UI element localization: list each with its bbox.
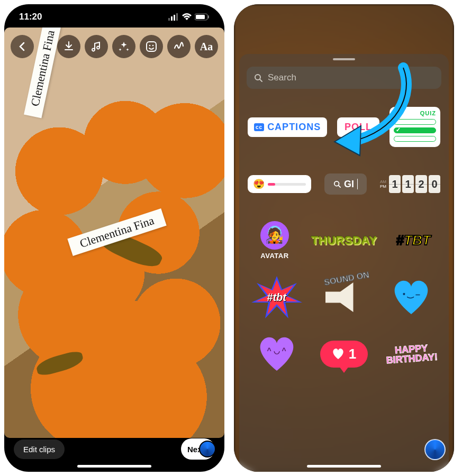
sheet-drag-handle[interactable] xyxy=(333,58,355,60)
quiz-option-icon xyxy=(394,119,436,125)
happy-face-icon: ^ ◡ ^ xyxy=(256,346,298,355)
sticker-sound-on[interactable]: SOUND ON xyxy=(318,273,370,321)
svg-rect-6 xyxy=(208,15,209,19)
flip-digit: 0 xyxy=(429,175,440,193)
svg-rect-0 xyxy=(168,18,170,21)
download-icon xyxy=(62,40,75,53)
svg-rect-2 xyxy=(174,15,175,21)
wink-face-icon: • ‿ ‒ xyxy=(390,290,432,298)
sticker-thursday[interactable]: THURSDAY xyxy=(311,234,377,248)
cursor-icon xyxy=(357,179,358,189)
sticker-sheet-panel[interactable]: Search cc CAPTIONS POLL QU xyxy=(239,54,449,472)
am-pm-label: AM PM xyxy=(380,179,386,189)
heart-eyes-emoji-icon: 😍 xyxy=(253,178,265,190)
gif-label: GI xyxy=(344,179,354,190)
captions-label: CAPTIONS xyxy=(267,122,321,133)
flip-digit: 1 xyxy=(402,175,414,193)
back-button[interactable] xyxy=(11,35,34,58)
sparkles-icon xyxy=(117,40,130,53)
sticker-avatar[interactable]: 🧑‍🎤 AVATAR xyxy=(260,221,289,260)
like-count-label: 1 xyxy=(349,346,356,362)
heart-filled-icon xyxy=(332,348,345,360)
edit-clips-button[interactable]: Edit clips xyxy=(14,440,65,459)
effects-button[interactable] xyxy=(112,35,135,58)
svg-rect-3 xyxy=(176,13,178,21)
svg-point-9 xyxy=(152,45,154,47)
flip-digit: 2 xyxy=(415,175,427,193)
music-button[interactable] xyxy=(85,35,108,58)
sticker-time[interactable]: AM PM 1 1 2 0 xyxy=(380,175,440,193)
sticker-like-count[interactable]: 1 xyxy=(320,341,368,368)
sticker-captions[interactable]: cc CAPTIONS xyxy=(248,117,327,137)
search-placeholder: Search xyxy=(268,72,296,83)
home-indicator[interactable] xyxy=(77,465,151,468)
product-label-ribbon: Clementina Fina xyxy=(67,208,166,256)
sticker-happy-birthday[interactable]: HAPPY BIRTHDAY! xyxy=(382,342,441,365)
battery-icon xyxy=(195,13,210,21)
phone-sticker-sheet: Search cc CAPTIONS POLL QU xyxy=(234,4,454,472)
quiz-option-icon xyxy=(394,136,436,142)
music-icon xyxy=(90,40,103,53)
sticker-tbt-text[interactable]: #TBT xyxy=(396,232,431,249)
sticker-search-input[interactable]: Search xyxy=(247,67,441,89)
quiz-option-selected-icon xyxy=(394,127,436,133)
status-indicators xyxy=(168,13,210,21)
avatar-label: AVATAR xyxy=(260,252,288,260)
sticker-tbt-burst[interactable]: #tbt xyxy=(250,273,303,321)
sticker-heart-wink[interactable]: • ‿ ‒ xyxy=(390,278,432,316)
avatar-icon: 🧑‍🎤 xyxy=(260,221,289,250)
slider-track-icon xyxy=(268,183,306,186)
status-bar: 11:20 xyxy=(4,4,224,30)
sticker-icon xyxy=(145,40,158,53)
home-indicator[interactable] xyxy=(307,465,381,468)
cc-icon: cc xyxy=(254,123,264,131)
sticker-quiz[interactable]: QUIZ xyxy=(389,107,440,147)
poll-label: POLL xyxy=(345,122,372,133)
text-icon: Aa xyxy=(200,41,213,53)
chevron-left-icon xyxy=(17,41,28,52)
svg-point-8 xyxy=(149,45,151,47)
scribble-button[interactable] xyxy=(167,35,191,58)
cellular-icon xyxy=(168,13,179,21)
sticker-gif-search[interactable]: GI xyxy=(324,173,367,195)
sticker-grid: cc CAPTIONS POLL QUIZ xyxy=(239,107,449,472)
wifi-icon xyxy=(182,13,192,21)
text-button[interactable]: Aa xyxy=(195,35,218,58)
search-icon xyxy=(254,74,262,82)
next-button[interactable]: Next xyxy=(181,438,215,460)
sticker-heart-happy[interactable]: ^ ◡ ^ xyxy=(256,335,298,373)
download-button[interactable] xyxy=(57,35,80,58)
status-time: 11:20 xyxy=(19,12,42,22)
tbt-burst-label: #tbt xyxy=(267,291,286,304)
search-icon xyxy=(333,180,341,188)
flip-digit: 1 xyxy=(389,175,401,193)
phone-editor: 11:20 Clementina Fina Clementina Fina xyxy=(4,4,224,472)
quiz-label: QUIZ xyxy=(420,110,436,116)
scribble-icon xyxy=(173,40,185,53)
editor-toolbar: Aa xyxy=(4,35,224,58)
svg-rect-5 xyxy=(196,15,205,19)
sticker-poll[interactable]: POLL xyxy=(337,117,379,137)
sticker-button[interactable] xyxy=(140,35,163,58)
story-preview-image: Clementina Fina Clementina Fina xyxy=(4,28,224,438)
profile-avatar-icon xyxy=(199,441,216,457)
sticker-emoji-slider[interactable]: 😍 xyxy=(248,175,311,193)
share-profile-avatar[interactable] xyxy=(424,439,446,460)
sound-on-label: SOUND ON xyxy=(323,271,370,287)
svg-rect-7 xyxy=(147,42,156,51)
svg-rect-1 xyxy=(171,16,173,21)
